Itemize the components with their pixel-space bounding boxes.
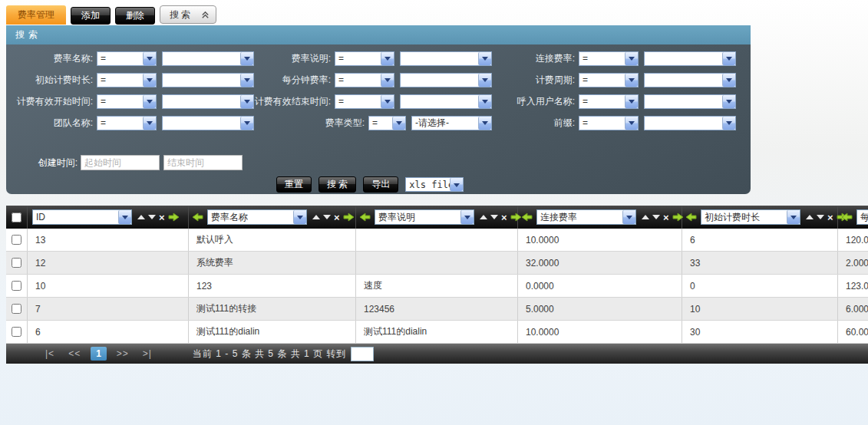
operator-select[interactable]: =: [579, 51, 639, 66]
current-page-button[interactable]: 1: [91, 347, 107, 361]
cell-initial-duration: 33: [682, 252, 838, 274]
value-select[interactable]: [644, 116, 736, 130]
field-label: 费率说明:: [254, 52, 335, 65]
first-page-button[interactable]: |<: [38, 348, 61, 359]
search-toggle-button[interactable]: 搜 索: [160, 5, 216, 24]
value-select[interactable]: [400, 73, 492, 87]
column-header-id: ID ×: [28, 206, 189, 229]
field-connect-rate: 连接费率: =: [492, 51, 736, 66]
chevron-down-icon: [143, 52, 156, 65]
remove-sort-icon[interactable]: ×: [334, 212, 340, 222]
prev-page-button[interactable]: <<: [61, 348, 87, 359]
field-label: 初始计费时长:: [6, 74, 97, 87]
column-select[interactable]: 初始计费时长: [701, 209, 800, 225]
operator-select[interactable]: =: [335, 51, 394, 66]
chevron-down-icon: [392, 117, 405, 130]
value-select[interactable]: [400, 51, 492, 66]
field-label: 费率类型:: [254, 117, 368, 130]
move-column-right-icon[interactable]: [168, 212, 180, 222]
delete-button[interactable]: 删除: [115, 7, 155, 25]
operator-select[interactable]: =: [368, 116, 406, 130]
cell-initial-duration: 10: [682, 298, 838, 320]
operator-select[interactable]: =: [97, 94, 157, 109]
value-select[interactable]: [162, 51, 254, 66]
column-select[interactable]: 连接费率: [536, 209, 636, 225]
cell-id: 6: [28, 321, 189, 343]
cell-rate-name: 测试111的dialin: [189, 321, 356, 343]
operator-select[interactable]: =: [579, 73, 639, 87]
created-time-label: 创建时间:: [6, 156, 81, 170]
end-time-input[interactable]: [163, 155, 243, 170]
operator-select[interactable]: =: [579, 116, 639, 130]
field-initial-duration: 初始计费时长: =: [6, 72, 254, 87]
sort-asc-icon[interactable]: [480, 215, 487, 219]
operator-select[interactable]: =: [97, 51, 157, 66]
sort-asc-icon[interactable]: [312, 215, 320, 219]
cell-id: 12: [28, 252, 189, 274]
remove-sort-icon[interactable]: ×: [827, 212, 833, 222]
row-checkbox[interactable]: [12, 258, 21, 268]
start-time-input[interactable]: [81, 155, 160, 170]
goto-page-input[interactable]: [351, 347, 374, 361]
move-column-left-icon[interactable]: [359, 212, 371, 222]
row-checkbox[interactable]: [12, 304, 21, 314]
value-select[interactable]: [162, 94, 254, 109]
move-column-left-icon[interactable]: [685, 212, 697, 222]
pagination-bar: |< << 1 >> >| 当前 1 - 5 条 共 5 条 共 1 页 转到: [6, 344, 868, 364]
remove-sort-icon[interactable]: ×: [159, 212, 165, 222]
chevron-down-icon: [478, 117, 491, 130]
column-select[interactable]: 费率说明: [375, 209, 474, 225]
tab-rate-management[interactable]: 费率管理: [6, 5, 66, 25]
table-row[interactable]: 7 测试111的转接 123456 5.0000 10 6.0000: [6, 298, 868, 321]
last-page-button[interactable]: >|: [136, 348, 159, 359]
sort-desc-icon[interactable]: [148, 215, 156, 219]
value-select[interactable]: [400, 94, 492, 109]
value-select[interactable]: [644, 94, 736, 109]
operator-select[interactable]: =: [579, 94, 639, 109]
sort-asc-icon[interactable]: [642, 215, 649, 219]
move-column-left-icon[interactable]: [841, 212, 853, 222]
row-checkbox[interactable]: [12, 235, 21, 245]
column-select[interactable]: 费率名称: [207, 209, 307, 225]
sort-desc-icon[interactable]: [652, 215, 660, 219]
remove-sort-icon[interactable]: ×: [501, 212, 507, 222]
move-column-left-icon[interactable]: [192, 212, 203, 222]
next-page-button[interactable]: >>: [110, 348, 136, 359]
column-select[interactable]: ID: [32, 209, 132, 225]
sort-desc-icon[interactable]: [817, 215, 824, 219]
operator-select[interactable]: =: [97, 73, 157, 87]
value-select[interactable]: [162, 116, 254, 130]
value-select[interactable]: [644, 73, 736, 87]
row-checkbox[interactable]: [12, 327, 21, 337]
sort-asc-icon[interactable]: [137, 215, 145, 219]
sort-desc-icon[interactable]: [323, 215, 331, 219]
table-row[interactable]: 12 系统费率 32.0000 33 2.0000: [6, 252, 868, 275]
created-time-row: 创建时间:: [6, 155, 246, 170]
column-select[interactable]: 每分钟费率: [856, 209, 868, 225]
table-row[interactable]: 10 123 速度 0.0000 0 123.0000: [6, 275, 868, 298]
table-row[interactable]: 13 默认呼入 10.0000 6 120.0000: [6, 229, 868, 252]
row-checkbox[interactable]: [12, 281, 21, 291]
value-select[interactable]: [644, 51, 736, 66]
field-valid-start-time: 计费有效开始时间: =: [6, 94, 254, 109]
sort-asc-icon[interactable]: [806, 215, 814, 219]
move-column-right-icon[interactable]: [343, 212, 355, 222]
cell-rate-desc: [356, 252, 518, 274]
operator-select[interactable]: =: [335, 94, 394, 109]
select-all-checkbox[interactable]: [12, 212, 21, 222]
operator-select[interactable]: =: [335, 73, 394, 87]
operator-select[interactable]: =: [97, 116, 157, 130]
value-select[interactable]: [162, 73, 254, 87]
export-format-select[interactable]: xls file: [405, 177, 464, 192]
search-button[interactable]: 搜 索: [318, 176, 356, 193]
remove-sort-icon[interactable]: ×: [663, 212, 669, 222]
add-button[interactable]: 添加: [71, 7, 111, 25]
export-button[interactable]: 导出: [363, 176, 398, 193]
field-label: 费率名称:: [6, 52, 97, 65]
sort-desc-icon[interactable]: [490, 215, 498, 219]
rate-type-select[interactable]: -请选择-: [411, 116, 492, 130]
reset-button[interactable]: 重置: [276, 176, 312, 193]
table-row[interactable]: 6 测试111的dialin 测试111的dialin 10.0000 30 6…: [6, 321, 868, 344]
search-actions: 重置 搜 索 导出 xls file: [276, 176, 464, 193]
move-column-left-icon[interactable]: [521, 212, 533, 222]
